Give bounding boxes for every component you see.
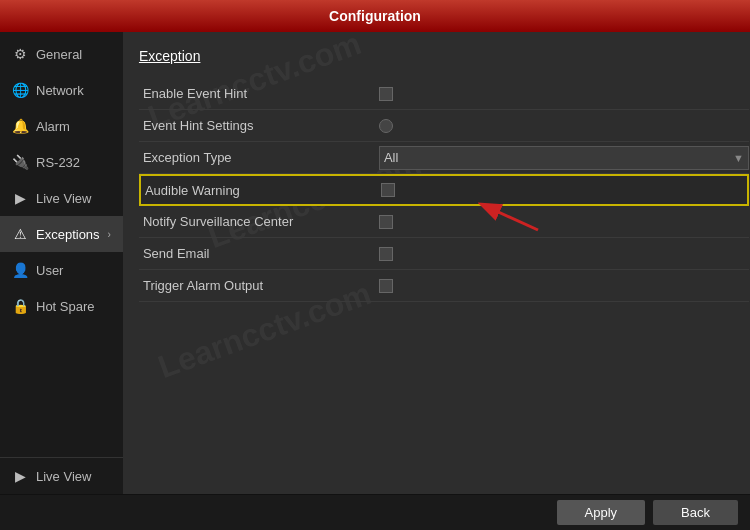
exception-type-value: All <box>384 150 733 165</box>
sidebar-item-rs232[interactable]: 🔌 RS-232 <box>0 144 123 180</box>
exceptions-icon: ⚠ <box>12 226 28 242</box>
sidebar-item-network[interactable]: 🌐 Network <box>0 72 123 108</box>
checkbox-trigger-alarm[interactable] <box>379 279 393 293</box>
control-enable-event-hint <box>379 87 749 101</box>
control-notify-surveillance <box>379 215 749 229</box>
control-exception-type: All ▼ <box>379 146 749 170</box>
alarm-icon: 🔔 <box>12 118 28 134</box>
sidebar-label-general: General <box>36 47 82 62</box>
checkbox-notify-surveillance[interactable] <box>379 215 393 229</box>
network-icon: 🌐 <box>12 82 28 98</box>
exceptions-arrow-icon: › <box>108 229 111 240</box>
label-event-hint-settings: Event Hint Settings <box>139 118 379 133</box>
row-trigger-alarm: Trigger Alarm Output <box>139 270 749 302</box>
bottom-bar: Apply Back <box>0 494 750 530</box>
sidebar-item-alarm[interactable]: 🔔 Alarm <box>0 108 123 144</box>
liveview-icon: ▶ <box>12 190 28 206</box>
sidebar-label-hotspare: Hot Spare <box>36 299 95 314</box>
row-event-hint-settings: Event Hint Settings <box>139 110 749 142</box>
sidebar-item-user[interactable]: 👤 User <box>0 252 123 288</box>
control-audible-warning <box>381 183 747 197</box>
label-send-email: Send Email <box>139 246 379 261</box>
sidebar-item-liveview-bottom[interactable]: ▶ Live View <box>0 458 123 494</box>
sidebar-label-exceptions: Exceptions <box>36 227 100 242</box>
row-notify-surveillance: Notify Surveillance Center <box>139 206 749 238</box>
control-event-hint-settings <box>379 119 749 133</box>
sidebar-label-network: Network <box>36 83 84 98</box>
label-enable-event-hint: Enable Event Hint <box>139 86 379 101</box>
label-audible-warning: Audible Warning <box>141 183 381 198</box>
sidebar-item-hotspare[interactable]: 🔒 Hot Spare <box>0 288 123 324</box>
row-exception-type: Exception Type All ▼ <box>139 142 749 174</box>
row-enable-event-hint: Enable Event Hint <box>139 78 749 110</box>
row-send-email: Send Email <box>139 238 749 270</box>
back-button[interactable]: Back <box>653 500 738 525</box>
apply-button[interactable]: Apply <box>557 500 646 525</box>
sidebar-label-liveview: Live View <box>36 191 91 206</box>
sidebar: ⚙ General 🌐 Network 🔔 Alarm 🔌 RS-232 ▶ L… <box>0 32 123 494</box>
general-icon: ⚙ <box>12 46 28 62</box>
exception-type-select[interactable]: All ▼ <box>379 146 749 170</box>
sidebar-label-rs232: RS-232 <box>36 155 80 170</box>
sidebar-item-general[interactable]: ⚙ General <box>0 36 123 72</box>
liveview-bottom-icon: ▶ <box>12 468 28 484</box>
sidebar-item-liveview[interactable]: ▶ Live View <box>0 180 123 216</box>
checkbox-enable-event-hint[interactable] <box>379 87 393 101</box>
sidebar-label-liveview-bottom: Live View <box>36 469 91 484</box>
exception-type-dropdown-icon: ▼ <box>733 152 744 164</box>
control-send-email <box>379 247 749 261</box>
sidebar-label-user: User <box>36 263 63 278</box>
control-trigger-alarm <box>379 279 749 293</box>
label-exception-type: Exception Type <box>139 150 379 165</box>
label-notify-surveillance: Notify Surveillance Center <box>139 214 379 229</box>
hotspare-icon: 🔒 <box>12 298 28 314</box>
rs232-icon: 🔌 <box>12 154 28 170</box>
checkbox-audible-warning[interactable] <box>381 183 395 197</box>
user-icon: 👤 <box>12 262 28 278</box>
content-area: Learncctv.com Learncctv.com Learncctv.co… <box>123 32 750 494</box>
radio-event-hint-settings[interactable] <box>379 119 393 133</box>
row-audible-warning: Audible Warning <box>139 174 749 206</box>
title-bar: Configuration <box>0 0 750 32</box>
sidebar-label-alarm: Alarm <box>36 119 70 134</box>
checkbox-send-email[interactable] <box>379 247 393 261</box>
window-title: Configuration <box>329 8 421 24</box>
sidebar-item-exceptions[interactable]: ⚠ Exceptions › <box>0 216 123 252</box>
label-trigger-alarm: Trigger Alarm Output <box>139 278 379 293</box>
section-title: Exception <box>139 48 749 64</box>
